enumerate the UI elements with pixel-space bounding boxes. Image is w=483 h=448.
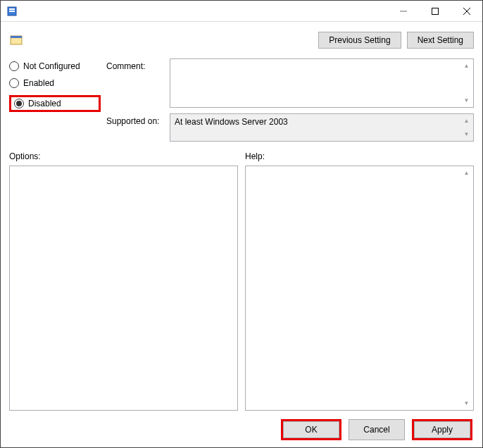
svg-rect-2 [9, 11, 15, 12]
help-label: Help: [245, 151, 474, 166]
maximize-button[interactable] [419, 1, 451, 22]
titlebar-controls [387, 1, 482, 21]
highlight-apply: Apply [412, 419, 472, 440]
header-row: Previous Setting Next Setting [9, 29, 474, 51]
svg-rect-4 [432, 8, 438, 15]
help-column: Help: ▲ ▼ [245, 151, 474, 411]
scroll-down-icon[interactable]: ▼ [460, 128, 472, 140]
svg-rect-1 [9, 8, 15, 10]
scroll-down-icon[interactable]: ▼ [460, 397, 472, 409]
ok-button[interactable]: OK [283, 421, 339, 438]
nav-buttons: Previous Setting Next Setting [318, 29, 474, 49]
options-column: Options: [9, 151, 238, 411]
policy-icon [9, 33, 23, 47]
titlebar [1, 1, 482, 22]
comment-label: Comment: [106, 58, 165, 71]
radio-disabled[interactable]: Disabled [14, 99, 93, 108]
bottom-button-row: OK Cancel Apply [9, 416, 474, 440]
comment-textarea[interactable]: ▲ ▼ [170, 58, 474, 108]
cancel-button[interactable]: Cancel [349, 419, 405, 440]
radio-enabled[interactable]: Enabled [9, 78, 101, 88]
apply-button[interactable]: Apply [414, 421, 470, 438]
supported-row: Supported on: At least Windows Server 20… [106, 113, 474, 142]
options-box[interactable] [9, 166, 238, 411]
supported-value: At least Windows Server 2003 [175, 117, 288, 127]
highlight-ok: OK [281, 419, 341, 440]
radio-label: Not Configured [23, 61, 80, 71]
lower-section: Options: Help: ▲ ▼ [9, 151, 474, 411]
radio-icon [9, 78, 19, 88]
options-label: Options: [9, 151, 238, 166]
highlight-disabled: Disabled [9, 95, 101, 112]
radio-icon [14, 99, 24, 108]
radio-icon [9, 61, 19, 71]
scroll-up-icon[interactable]: ▲ [460, 115, 472, 127]
policy-dialog-window: Previous Setting Next Setting Not Config… [0, 0, 483, 448]
scroll-down-icon[interactable]: ▼ [460, 94, 472, 106]
radio-group: Not Configured Enabled Disabled [9, 58, 101, 142]
radio-label: Enabled [23, 78, 54, 88]
scroll-up-icon[interactable]: ▲ [460, 167, 472, 179]
fields-column: Comment: ▲ ▼ Supported on: At least Wind… [106, 58, 474, 142]
close-button[interactable] [451, 1, 482, 22]
svg-rect-8 [11, 36, 22, 38]
dialog-content: Previous Setting Next Setting Not Config… [1, 22, 482, 447]
radio-label: Disabled [28, 99, 61, 108]
next-setting-button[interactable]: Next Setting [407, 32, 474, 49]
supported-textarea: At least Windows Server 2003 ▲ ▼ [170, 113, 474, 142]
upper-section: Not Configured Enabled Disabled Comment: [9, 58, 474, 142]
app-icon [6, 6, 18, 17]
minimize-button[interactable] [387, 1, 419, 22]
radio-not-configured[interactable]: Not Configured [9, 61, 101, 71]
help-box[interactable]: ▲ ▼ [245, 166, 474, 411]
previous-setting-button[interactable]: Previous Setting [318, 32, 401, 49]
supported-label: Supported on: [106, 113, 165, 126]
comment-row: Comment: ▲ ▼ [106, 58, 474, 108]
scroll-up-icon[interactable]: ▲ [460, 60, 472, 72]
